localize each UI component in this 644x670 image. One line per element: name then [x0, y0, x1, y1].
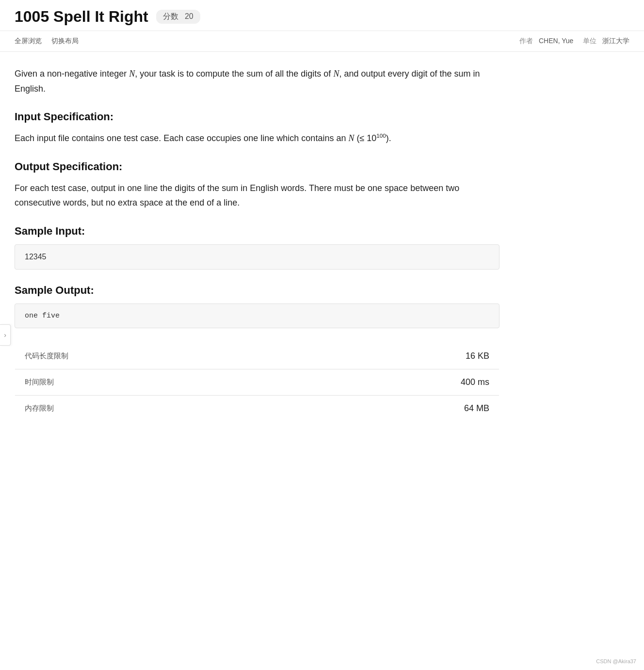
- sample-input-value: 12345: [25, 253, 47, 261]
- output-spec-heading: Output Specification:: [15, 160, 499, 173]
- header-left: 1005 Spell It Right 分数 20: [15, 8, 200, 26]
- limits-table: 代码长度限制 16 KB 时间限制 400 ms 内存限制 64 MB: [15, 343, 499, 422]
- code-length-value: 16 KB: [290, 343, 499, 369]
- watermark: CSDN @Akira37: [596, 658, 636, 664]
- sidebar-toggle-button[interactable]: ›: [0, 324, 11, 346]
- code-length-row: 代码长度限制 16 KB: [15, 343, 499, 369]
- page-header: 1005 Spell It Right 分数 20: [0, 0, 644, 31]
- unit-item: 单位 浙江大学: [583, 37, 629, 46]
- desc-text-2: , your task is to compute the sum of all…: [135, 69, 333, 79]
- desc-var-n2: N: [333, 69, 339, 79]
- unit-label: 单位: [583, 37, 596, 45]
- desc-text-1: Given a non-negative integer: [15, 69, 129, 79]
- input-spec-text: Each input file contains one test case. …: [15, 131, 499, 146]
- memory-limit-label: 内存限制: [15, 395, 290, 421]
- time-limit-row: 时间限制 400 ms: [15, 369, 499, 395]
- author-label: 作者: [519, 37, 533, 45]
- input-text-3: ).: [386, 133, 391, 143]
- code-length-label: 代码长度限制: [15, 343, 290, 369]
- chevron-right-icon: ›: [4, 331, 6, 339]
- input-text-1: Each input file contains one test case. …: [15, 133, 348, 143]
- input-var-n: N: [348, 133, 354, 143]
- problem-description: Given a non-negative integer N, your tas…: [15, 66, 499, 96]
- time-limit-value: 400 ms: [290, 369, 499, 395]
- score-badge: 分数 20: [156, 10, 200, 24]
- desc-var-n: N: [129, 69, 135, 79]
- input-text-2: (≤ 10: [354, 133, 376, 143]
- fullscreen-button[interactable]: 全屏浏览: [15, 36, 42, 47]
- sample-output-box: one five: [15, 303, 499, 328]
- unit-value: 浙江大学: [602, 37, 629, 45]
- author-info: 作者 CHEN, Yue 单位 浙江大学: [519, 37, 629, 46]
- input-sup: 100: [376, 132, 386, 139]
- sample-input-heading: Sample Input:: [15, 225, 499, 238]
- memory-limit-row: 内存限制 64 MB: [15, 395, 499, 421]
- score-label: 分数: [163, 12, 178, 20]
- sample-output-value: one five: [25, 312, 60, 320]
- layout-button[interactable]: 切换布局: [51, 36, 79, 47]
- toolbar: 全屏浏览 切换布局 作者 CHEN, Yue 单位 浙江大学: [0, 31, 644, 52]
- score-value: 20: [185, 12, 193, 20]
- memory-limit-value: 64 MB: [290, 395, 499, 421]
- time-limit-label: 时间限制: [15, 369, 290, 395]
- input-spec-heading: Input Specification:: [15, 111, 499, 123]
- author-item: 作者 CHEN, Yue: [519, 37, 573, 46]
- sample-output-heading: Sample Output:: [15, 284, 499, 297]
- author-value: CHEN, Yue: [539, 37, 573, 45]
- sample-input-box: 12345: [15, 244, 499, 270]
- main-content: Given a non-negative integer N, your tas…: [0, 52, 514, 436]
- output-spec-text: For each test case, output in one line t…: [15, 181, 499, 210]
- problem-title: 1005 Spell It Right: [15, 8, 148, 26]
